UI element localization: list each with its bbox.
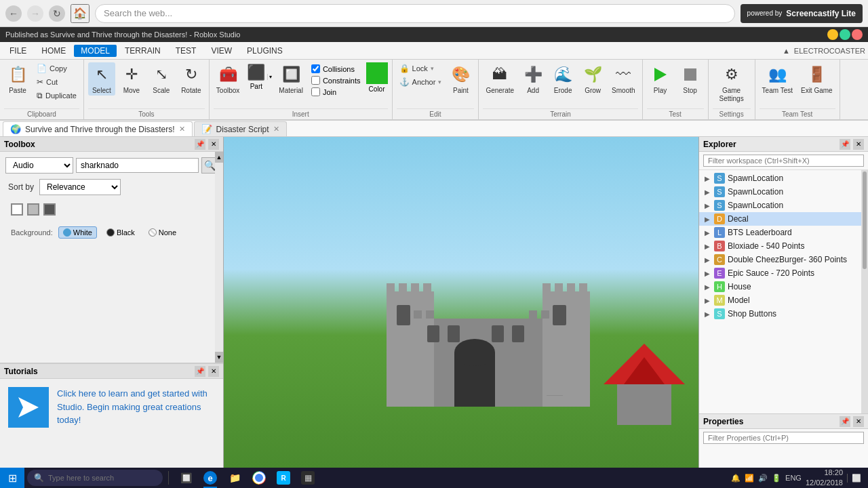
- select-button[interactable]: ↖ Select: [88, 62, 115, 96]
- reload-button[interactable]: ↻: [49, 5, 65, 22]
- paste-button[interactable]: 📋 Paste: [4, 62, 31, 96]
- lock-button[interactable]: 🔒 Lock ▾: [397, 62, 445, 75]
- toolbox-scrollbar[interactable]: ▲ ▼: [215, 152, 223, 363]
- explorer-filter-input[interactable]: [703, 155, 864, 167]
- close-button[interactable]: [852, 29, 863, 40]
- bg-none-option[interactable]: None: [144, 227, 180, 238]
- tree-item-epic[interactable]: ▶ E Epic Sauce - 720 Points: [699, 266, 868, 280]
- menu-terrain[interactable]: TERRAIN: [118, 45, 167, 57]
- address-bar[interactable]: Search the web...: [95, 4, 735, 23]
- anchor-arrow[interactable]: ▾: [438, 79, 441, 85]
- taskbar-app-explorer[interactable]: 📁: [223, 468, 246, 488]
- team-test-button[interactable]: 👥 Team Test: [760, 62, 795, 96]
- menu-file[interactable]: FILE: [3, 45, 33, 57]
- smooth-button[interactable]: 〰 Smooth: [609, 62, 637, 96]
- material-button[interactable]: 🔲 Material: [276, 62, 306, 96]
- play-button[interactable]: Play: [647, 62, 674, 96]
- tree-item-decal[interactable]: ▶ D Decal: [699, 212, 868, 226]
- taskbar-show-desktop[interactable]: ⬜: [847, 474, 861, 483]
- tutorials-pin-button[interactable]: 📌: [195, 366, 205, 377]
- tab-disaster[interactable]: 📝 Disaster Script ✕: [194, 121, 287, 136]
- tree-item-spawn-1[interactable]: ▶ S SpawnLocation: [699, 171, 868, 185]
- join-checkbox[interactable]: [311, 87, 320, 96]
- maximize-button[interactable]: [840, 29, 850, 40]
- tree-item-bloxiade[interactable]: ▶ B Bloxiade - 540 Points: [699, 239, 868, 253]
- erode-button[interactable]: 🌊 Erode: [549, 62, 576, 96]
- anchor-button[interactable]: ⚓ Anchor ▾: [397, 76, 445, 88]
- explorer-close-button[interactable]: ✕: [853, 139, 864, 150]
- bg-white-option[interactable]: White: [58, 226, 97, 239]
- minimize-button[interactable]: [827, 29, 838, 40]
- lock-arrow[interactable]: ▾: [431, 65, 434, 72]
- toolbox-search-input[interactable]: [76, 158, 199, 173]
- properties-filter-input[interactable]: [703, 432, 864, 444]
- sort-dropdown[interactable]: Relevance Updated Name: [39, 179, 121, 195]
- taskbar-app-edge[interactable]: e: [199, 468, 222, 488]
- menu-test[interactable]: TEST: [169, 45, 203, 57]
- join-row[interactable]: Join: [311, 87, 361, 97]
- rotate-button[interactable]: ↻ Rotate: [178, 62, 205, 96]
- game-settings-button[interactable]: ⚙ Game Settings: [713, 62, 751, 104]
- viewport[interactable]: ——: [224, 137, 698, 468]
- tutorials-text[interactable]: Click here to learn and get started with…: [57, 387, 215, 427]
- toolbox-button[interactable]: 🧰 Toolbox: [214, 62, 242, 96]
- swatch-lgray[interactable]: [27, 203, 39, 216]
- toolbox-pin-button[interactable]: 📌: [195, 139, 205, 150]
- bg-black-option[interactable]: Black: [102, 227, 139, 238]
- tree-item-leaderboard[interactable]: ▶ L BTS Leaderboard: [699, 226, 868, 239]
- menu-model[interactable]: MODEL: [74, 45, 117, 57]
- taskbar-search-input[interactable]: [48, 474, 156, 482]
- cut-button[interactable]: ✂ Cut: [34, 76, 79, 88]
- taskbar-app-chrome[interactable]: [248, 468, 271, 488]
- menu-plugins[interactable]: PLUGINS: [240, 45, 290, 57]
- toolbox-close-button[interactable]: ✕: [208, 139, 219, 150]
- taskbar-app-other[interactable]: ▦: [296, 468, 319, 488]
- tree-item-shop[interactable]: ▶ S Shop Buttons: [699, 307, 868, 321]
- tree-item-burger[interactable]: ▶ C Double CheezBurger- 360 Points: [699, 253, 868, 266]
- properties-pin-button[interactable]: 📌: [840, 416, 850, 427]
- home-button[interactable]: 🏠: [71, 4, 90, 23]
- collisions-row[interactable]: Collisions: [311, 64, 361, 74]
- menu-home[interactable]: HOME: [35, 45, 73, 57]
- taskbar-app-roblox[interactable]: R: [272, 468, 295, 488]
- swatch-white[interactable]: [11, 203, 23, 216]
- tree-item-spawn-2[interactable]: ▶ S SpawnLocation: [699, 185, 868, 199]
- back-button[interactable]: ←: [5, 5, 22, 22]
- constraints-row[interactable]: Constraints: [311, 75, 361, 85]
- tree-item-model[interactable]: ▶ M Model: [699, 293, 868, 307]
- collisions-checkbox[interactable]: [311, 64, 320, 73]
- grow-button[interactable]: 🌱 Grow: [579, 62, 606, 96]
- color-swatch-main[interactable]: [366, 62, 388, 84]
- taskbar-app-multidesktop[interactable]: 🔲: [174, 468, 197, 488]
- tree-item-spawn-3[interactable]: ▶ S SpawnLocation: [699, 199, 868, 212]
- taskbar-notifications-icon[interactable]: 🔔: [731, 474, 741, 483]
- scroll-up[interactable]: ▲: [215, 152, 223, 163]
- stop-button[interactable]: Stop: [677, 62, 704, 96]
- tab-disaster-close[interactable]: ✕: [273, 125, 279, 134]
- scale-button[interactable]: ⤡ Scale: [148, 62, 175, 96]
- part-main[interactable]: ⬛ Part: [245, 62, 267, 92]
- exit-game-button[interactable]: 🚪 Exit Game: [798, 62, 835, 96]
- tutorials-close-button[interactable]: ✕: [208, 366, 219, 377]
- tab-survive[interactable]: 🌍 Survive and Thrive through the Disaste…: [3, 121, 193, 136]
- tree-item-house[interactable]: ▶ H House: [699, 280, 868, 293]
- forward-button[interactable]: →: [27, 5, 43, 22]
- properties-close-button[interactable]: ✕: [853, 416, 864, 427]
- add-terrain-button[interactable]: ➕ Add: [519, 62, 547, 96]
- toolbox-category-select[interactable]: Audio Models Decals: [5, 157, 73, 174]
- taskbar-search[interactable]: 🔍: [27, 470, 163, 486]
- scroll-down[interactable]: ▼: [215, 352, 223, 363]
- menu-view[interactable]: VIEW: [204, 45, 239, 57]
- move-button[interactable]: ✛ Move: [118, 62, 145, 96]
- explorer-scrollbar[interactable]: [861, 170, 868, 413]
- swatch-dgray[interactable]: [43, 203, 56, 216]
- copy-button[interactable]: 📄 Copy: [34, 62, 79, 75]
- duplicate-button[interactable]: ⧉ Duplicate: [34, 89, 79, 102]
- generate-button[interactable]: 🏔 Generate: [483, 62, 517, 96]
- part-arrow[interactable]: ▾: [267, 74, 273, 80]
- paint-button[interactable]: 🎨 Paint: [447, 62, 474, 96]
- tab-survive-close[interactable]: ✕: [179, 125, 185, 134]
- start-button[interactable]: ⊞: [0, 468, 24, 488]
- explorer-pin-button[interactable]: 📌: [840, 139, 850, 150]
- constraints-checkbox[interactable]: [311, 76, 320, 85]
